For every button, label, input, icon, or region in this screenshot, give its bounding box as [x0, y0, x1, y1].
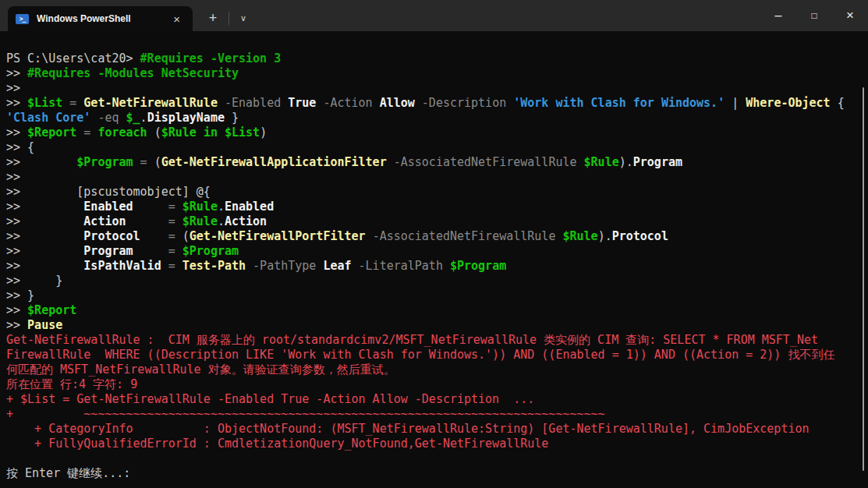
terminal-line [6, 451, 862, 466]
tabbar-divider [229, 12, 229, 25]
terminal-line: >> [6, 81, 862, 96]
terminal-line: >> { [6, 140, 862, 155]
terminal-line: >> [6, 170, 862, 185]
tab-title: Windows PowerShell [37, 13, 168, 24]
tab-dropdown-chevron-icon[interactable]: ∨ [232, 6, 254, 30]
terminal-line: + FullyQualifiedErrorId : CmdletizationQ… [6, 437, 862, 451]
terminal-line: + CategoryInfo : ObjectNotFound: (MSFT_N… [6, 422, 862, 437]
terminal-line: FirewallRule WHERE ((Description LIKE 'W… [6, 348, 862, 362]
maximize-button[interactable]: □ [796, 0, 832, 31]
tab-windows-powershell[interactable]: >_ Windows PowerShell × [8, 6, 193, 31]
powershell-icon: >_ [16, 14, 29, 24]
terminal-output[interactable]: PS C:\Users\cat20> #Requires -Version 3>… [0, 31, 868, 488]
new-tab-button[interactable]: + [201, 6, 225, 30]
scrollbar[interactable] [863, 87, 864, 471]
terminal-line: 'Clash Core' -eq $_.DisplayName } [6, 111, 862, 126]
terminal-line: >> Enabled = $Rule.Enabled [6, 200, 862, 214]
terminal-line: >> #Requires -Modules NetSecurity [6, 66, 862, 81]
terminal-line: >> $Report = foreach ($Rule in $List) [6, 126, 862, 140]
terminal-line: 按 Enter 键继续...: [6, 466, 862, 481]
tab-close-icon[interactable]: × [168, 12, 185, 27]
terminal-line: >> Pause [6, 318, 862, 333]
terminal-line: >> $Report [6, 303, 862, 318]
terminal-line: >> IsPathValid = Test-Path -PathType Lea… [6, 259, 862, 274]
terminal-line: PS C:\Users\cat20> #Requires -Version 3 [6, 51, 862, 66]
terminal-window: >_ Windows PowerShell × + ∨ – □ × PS C:\… [0, 0, 868, 488]
terminal-line: + $List = Get-NetFirewallRule -Enabled T… [6, 392, 862, 407]
close-button[interactable]: × [832, 0, 868, 31]
terminal-line: Get-NetFirewallRule : CIM 服务器上的 root/sta… [6, 333, 862, 348]
terminal-line: >> } [6, 288, 862, 303]
terminal-line: + ~~~~~~~~~~~~~~~~~~~~~~~~~~~~~~~~~~~~~~… [6, 407, 862, 422]
terminal-line: >> Protocol = (Get-NetFirewallPortFilter… [6, 229, 862, 244]
window-controls: – □ × [760, 0, 868, 31]
terminal-line: >> $Program = (Get-NetFirewallApplicatio… [6, 155, 862, 170]
terminal-line: 何匹配的 MSFT_NetFirewallRule 对象。请验证查询参数，然后重… [6, 362, 862, 377]
terminal-line: >> [pscustomobject] @{ [6, 185, 862, 200]
terminal-line: 所在位置 行:4 字符: 9 [6, 377, 862, 392]
terminal-line: >> $List = Get-NetFirewallRule -Enabled … [6, 96, 862, 111]
minimize-button[interactable]: – [760, 0, 796, 31]
terminal-line: >> Action = $Rule.Action [6, 214, 862, 229]
terminal-line: >> } [6, 274, 862, 288]
terminal-line: >> Program = $Program [6, 244, 862, 259]
titlebar[interactable]: >_ Windows PowerShell × + ∨ – □ × [0, 0, 868, 31]
